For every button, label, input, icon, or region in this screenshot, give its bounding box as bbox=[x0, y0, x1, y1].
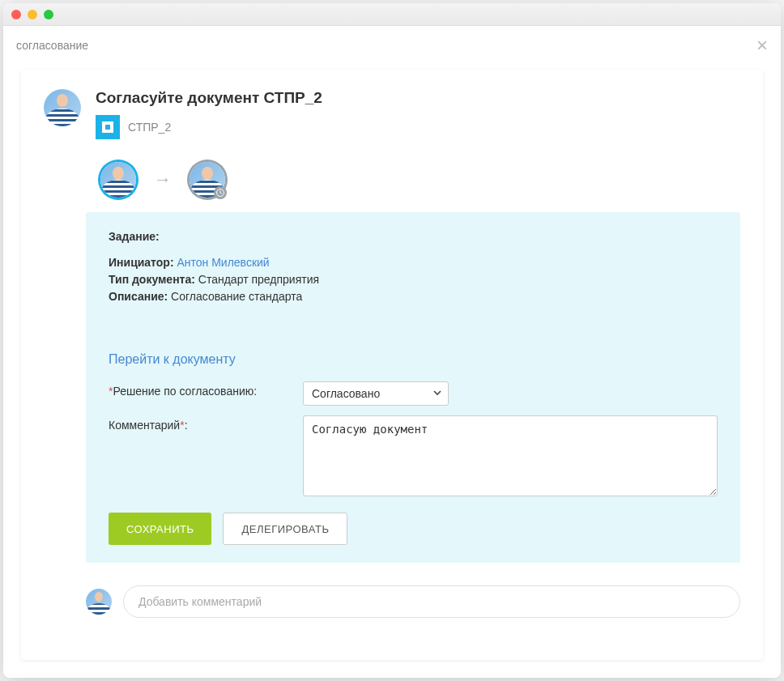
document-icon bbox=[96, 115, 120, 139]
add-comment-input[interactable] bbox=[123, 585, 740, 618]
task-section-label: Задание: bbox=[109, 230, 718, 243]
window-minimize-button[interactable] bbox=[28, 10, 37, 19]
task-header: Согласуйте документ СТПР_2 СТПР_2 bbox=[44, 89, 740, 139]
task-panel: Задание: Инициатор: Антон Милевский Тип … bbox=[86, 212, 740, 563]
description-value: Согласование стандарта bbox=[171, 290, 302, 303]
subheader: согласование × bbox=[3, 26, 781, 60]
current-user-avatar[interactable] bbox=[86, 589, 112, 615]
initiator-row: Инициатор: Антон Милевский bbox=[109, 254, 718, 271]
comment-textarea[interactable] bbox=[303, 415, 718, 496]
content-panel: Согласуйте документ СТПР_2 СТПР_2 → bbox=[21, 70, 763, 660]
save-button[interactable]: СОХРАНИТЬ bbox=[109, 513, 211, 545]
flow-step-current-avatar[interactable] bbox=[100, 162, 136, 198]
decision-select-wrap: Согласовано bbox=[303, 381, 449, 406]
initiator-label: Инициатор: bbox=[109, 256, 174, 269]
window-close-button[interactable] bbox=[11, 10, 21, 19]
description-row: Описание: Согласование стандарта bbox=[109, 288, 718, 305]
goto-document-link[interactable]: Перейти к документу bbox=[109, 352, 236, 367]
initiator-link[interactable]: Антон Милевский bbox=[177, 256, 269, 269]
document-reference[interactable]: СТПР_2 bbox=[96, 115, 322, 139]
close-icon[interactable]: × bbox=[756, 36, 768, 55]
description-label: Описание: bbox=[109, 290, 168, 303]
approval-flow: → bbox=[100, 162, 740, 198]
traffic-lights bbox=[11, 10, 53, 19]
delegate-button[interactable]: ДЕЛЕГИРОВАТЬ bbox=[223, 513, 347, 545]
task-title: Согласуйте документ СТПР_2 bbox=[96, 89, 322, 107]
titlebar bbox=[3, 3, 781, 26]
doctype-row: Тип документа: Стандарт предприятия bbox=[109, 271, 718, 288]
required-mark: * bbox=[180, 419, 184, 432]
comment-label: Комментарий*: bbox=[109, 415, 303, 432]
action-bar: СОХРАНИТЬ ДЕЛЕГИРОВАТЬ bbox=[109, 513, 718, 545]
task-header-info: Согласуйте документ СТПР_2 СТПР_2 bbox=[96, 89, 322, 139]
app-window: согласование × Согласуйте документ СТПР_… bbox=[3, 3, 781, 678]
arrow-right-icon: → bbox=[154, 169, 172, 190]
decision-select[interactable]: Согласовано bbox=[303, 381, 449, 406]
subheader-title: согласование bbox=[16, 39, 88, 52]
add-comment-bar bbox=[86, 585, 740, 618]
initiator-avatar[interactable] bbox=[44, 89, 81, 126]
clock-icon bbox=[214, 186, 227, 199]
window-maximize-button[interactable] bbox=[44, 10, 53, 19]
doctype-value: Стандарт предприятия bbox=[198, 273, 319, 286]
comment-row: Комментарий*: bbox=[109, 415, 718, 496]
decision-row: *Решение по согласованию: Согласовано bbox=[109, 381, 718, 406]
document-name: СТПР_2 bbox=[128, 121, 171, 134]
decision-label: *Решение по согласованию: bbox=[109, 381, 303, 398]
doctype-label: Тип документа: bbox=[109, 273, 195, 286]
